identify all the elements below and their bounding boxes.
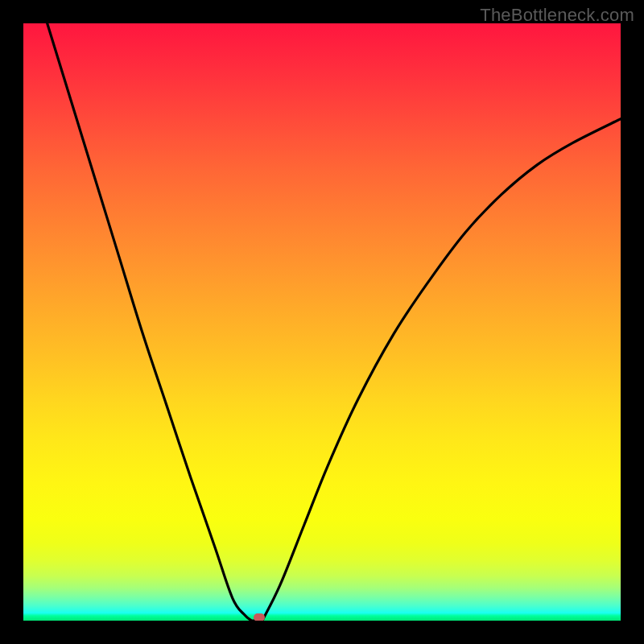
chart-stage: TheBottleneck.com [0,0,644,644]
watermark-text: TheBottleneck.com [480,5,634,26]
bottleneck-curve [47,23,621,621]
plot-area [23,23,621,621]
minimum-marker [254,613,265,621]
curve-layer [23,23,621,621]
